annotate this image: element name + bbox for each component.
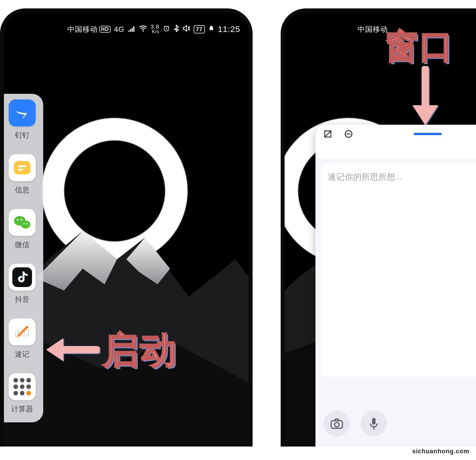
phone-right-screen: 中国移动 查看 速记你的所思所想... [285, 12, 476, 447]
sidebar-item-messages[interactable]: 信息 [9, 154, 36, 195]
sidebar-item-label: 钉钉 [15, 130, 29, 140]
carrier-label: 中国移动 [358, 24, 388, 34]
signal-icon [128, 25, 136, 34]
sidebar-item-quicknote[interactable]: 速记 [9, 318, 36, 359]
svg-point-8 [17, 219, 19, 221]
sidebar-item-wechat[interactable]: 微信 [9, 209, 36, 250]
carrier-label: 中国移动 HD [67, 24, 111, 34]
sidebar-item-label: 信息 [15, 185, 29, 195]
sidebar-item-label: 计算器 [11, 404, 33, 414]
douyin-icon [9, 264, 36, 291]
svg-rect-26 [372, 418, 376, 425]
svg-point-4 [143, 31, 144, 32]
svg-point-9 [20, 219, 22, 221]
quicknote-icon [9, 318, 36, 345]
mic-icon[interactable] [361, 411, 387, 436]
drag-handle[interactable] [414, 133, 442, 135]
status-bar: 中国移动 HD 4G 3.8 K/s [66, 21, 240, 38]
dingtalk-icon [9, 99, 36, 126]
phone-right: 中国移动 查看 速记你的所思所想... [281, 8, 476, 447]
annotation-window: 窗口 [385, 24, 454, 70]
sidebar-item-calculator[interactable]: 计算器 [9, 373, 36, 414]
data-rate-value: 3.8 [151, 24, 159, 30]
alarm-icon [163, 25, 170, 34]
wechat-icon [9, 209, 36, 236]
calculator-icon [9, 373, 36, 400]
leaf-icon [208, 25, 214, 34]
watermark: sichuanhong.com [412, 448, 469, 455]
svg-point-10 [23, 223, 25, 224]
note-toolbar [315, 403, 476, 447]
mute-icon [182, 25, 190, 34]
battery-value: 77 [196, 26, 203, 33]
svg-point-7 [21, 220, 30, 228]
floating-window[interactable]: 查看 速记你的所思所想... [315, 125, 476, 447]
sidebar-item-label: 抖音 [15, 295, 29, 304]
window-tabs: 查看 [315, 143, 476, 158]
clock-time: 11:25 [218, 24, 240, 34]
arrow-down-icon [407, 66, 443, 128]
hd-badge: HD [99, 26, 111, 33]
phone-left: 中国移动 HD 4G 3.8 K/s [0, 8, 253, 447]
svg-point-25 [335, 422, 339, 427]
fullscreen-icon[interactable] [322, 128, 333, 140]
phone-left-screen: 中国移动 HD 4G 3.8 K/s [4, 12, 249, 447]
arrow-left-icon [44, 334, 100, 365]
sidebar-item-dingtalk[interactable]: 钉钉 [9, 99, 36, 140]
sidebar-item-label: 微信 [15, 240, 29, 250]
note-placeholder: 速记你的所思所想... [328, 172, 402, 181]
bluetooth-icon [173, 24, 179, 34]
annotation-launch: 启动 [102, 326, 178, 375]
floating-window-titlebar[interactable] [315, 125, 476, 143]
data-rate-unit: K/s [151, 29, 159, 34]
minimize-icon[interactable] [343, 128, 354, 140]
edge-sidebar[interactable]: 钉钉 信息 微信 [4, 94, 43, 422]
wifi-icon [139, 25, 147, 34]
battery-indicator: 77 [194, 25, 205, 33]
window-body: 速记你的所思所想... [315, 158, 476, 447]
carrier-text: 中国移动 [358, 24, 388, 34]
status-bar: 中国移动 [346, 21, 388, 38]
svg-point-11 [27, 223, 28, 224]
sidebar-item-label: 速记 [15, 349, 29, 359]
data-rate: 3.8 K/s [151, 24, 159, 34]
carrier-text: 中国移动 [67, 24, 98, 34]
camera-icon[interactable] [324, 411, 350, 436]
note-input[interactable]: 速记你的所思所想... [321, 163, 476, 377]
sidebar-item-douyin[interactable]: 抖音 [9, 264, 36, 304]
network-gen-label: 4G [114, 25, 124, 34]
messages-icon [9, 154, 36, 181]
